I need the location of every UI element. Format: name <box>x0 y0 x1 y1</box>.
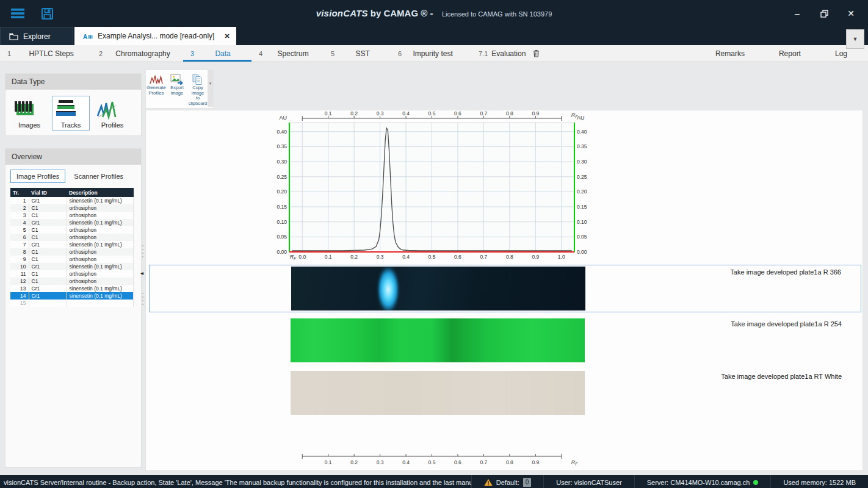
table-cell: 9 <box>10 256 29 263</box>
close-button[interactable]: ✕ <box>837 4 864 23</box>
toolbar-scrollbar[interactable]: ▾ <box>208 70 213 107</box>
table-row[interactable]: 14Cr1sinensetin (0.1 mg/mL) <box>10 292 134 300</box>
track-image-white[interactable] <box>291 371 585 415</box>
svg-text:0.15: 0.15 <box>277 204 287 210</box>
server-label: Server: CM414MO-W10.camag.ch <box>647 479 750 486</box>
status-message: visionCATS Server/Internal routine - Bac… <box>0 479 471 486</box>
data-type-panel: Data Type <box>5 73 142 136</box>
folder-icon <box>9 33 18 40</box>
table-row[interactable]: 5C1orthosiphon <box>10 226 134 234</box>
profile-chart: 0.000.000.050.050.100.100.150.150.200.20… <box>268 110 598 263</box>
svg-text:0.2: 0.2 <box>350 254 358 260</box>
svg-text:0.00: 0.00 <box>577 249 587 255</box>
table-row[interactable]: 9C1orthosiphon <box>10 256 134 263</box>
restore-button[interactable] <box>811 4 837 23</box>
svg-text:0.10: 0.10 <box>577 219 587 225</box>
track-row-white[interactable]: Take image developed plate1a RT White <box>149 370 861 417</box>
svg-text:0.35: 0.35 <box>277 143 287 149</box>
track-image-366[interactable] <box>291 267 585 310</box>
collapse-left-icon[interactable]: ◂ <box>140 270 143 276</box>
link-log[interactable]: Log <box>835 49 847 58</box>
svg-text:0.3: 0.3 <box>377 110 384 117</box>
table-cell: C1 <box>29 234 67 241</box>
step-impurity-test[interactable]: 6 Impurity test <box>391 45 464 62</box>
table-cell: 5 <box>10 226 29 234</box>
table-row[interactable]: 2C1orthosiphon <box>10 204 134 212</box>
table-row[interactable]: 10Cr1sinensetin (0.1 mg/mL) <box>10 263 134 270</box>
table-row[interactable]: 13Cr1sinensetin (0.1 mg/mL) <box>10 285 134 292</box>
table-cell: 2 <box>10 204 29 212</box>
status-user: User: visionCATSuser <box>543 475 634 488</box>
tab-explorer[interactable]: Explorer <box>0 27 73 45</box>
generate-profiles-button[interactable]: Generate Profiles <box>146 70 167 108</box>
step-hptlc-steps[interactable]: 1 HPTLC Steps <box>0 45 92 62</box>
table-cell: C1 <box>29 256 67 263</box>
copy-image-button[interactable]: Copy image to clipboard <box>187 70 208 108</box>
step-label: Spectrum <box>262 49 324 58</box>
svg-text:0.3: 0.3 <box>377 459 384 465</box>
data-type-profiles[interactable]: Profiles <box>93 96 131 131</box>
tab-scanner-profiles[interactable]: Scanner Profiles <box>68 170 129 183</box>
table-cell: orthosiphon <box>67 234 134 241</box>
link-remarks[interactable]: Remarks <box>715 49 745 58</box>
minimize-button[interactable]: – <box>784 4 811 23</box>
svg-text:0.7: 0.7 <box>480 110 487 117</box>
table-cell: orthosiphon <box>67 270 134 278</box>
table-row[interactable]: 6C1orthosiphon <box>10 234 134 241</box>
data-type-tracks[interactable]: Tracks <box>52 96 90 131</box>
tab-document[interactable]: A Example Analysi... mode [read-only] ✕ <box>74 27 236 45</box>
analysis-icon: A <box>83 33 93 40</box>
table-cell: 3 <box>10 212 29 219</box>
table-cell: Cr1 <box>29 219 67 226</box>
table-cell: Cr1 <box>29 241 67 248</box>
table-cell: orthosiphon <box>67 256 134 263</box>
step-chromatography[interactable]: 2 Chromatography <box>92 45 183 62</box>
table-row[interactable]: 4Cr1sinensetin (0.1 mg/mL) <box>10 219 134 226</box>
warning-icon <box>484 479 493 486</box>
status-default-notifications[interactable]: Default: 0 <box>471 475 543 488</box>
table-row[interactable]: 1Cr1sinensetin (0.1 mg/mL) <box>10 197 134 204</box>
data-type-images[interactable]: Images <box>10 96 48 131</box>
svg-text:0.8: 0.8 <box>506 254 513 260</box>
step-label: Data <box>194 49 251 58</box>
tab-close-icon[interactable]: ✕ <box>224 32 230 40</box>
table-cell: Cr1 <box>29 263 67 270</box>
svg-text:0.30: 0.30 <box>577 159 587 165</box>
track-image-254[interactable] <box>291 318 585 362</box>
table-row[interactable]: 8C1orthosiphon <box>10 248 134 256</box>
button-label: Copy image <box>187 85 208 96</box>
export-image-button[interactable]: Export image <box>167 70 187 108</box>
tab-image-profiles[interactable]: Image Profiles <box>10 170 65 183</box>
svg-text:0.7: 0.7 <box>480 254 487 260</box>
track-label: Take image developed plate1a RT White <box>721 373 842 380</box>
col-description: Description <box>67 188 134 197</box>
table-row[interactable]: 15 <box>10 300 134 307</box>
menu-icon[interactable] <box>10 5 26 21</box>
table-row[interactable]: 7Cr1sinensetin (0.1 mg/mL) <box>10 241 134 248</box>
table-cell: sinensetin (0.1 mg/mL) <box>67 197 134 204</box>
svg-text:0.10: 0.10 <box>277 219 287 225</box>
col-tr: Tr. <box>10 188 29 197</box>
trash-icon[interactable] <box>533 49 540 57</box>
table-cell: C1 <box>29 270 67 278</box>
license-text: Licensed to CAMAG with SN 103979 <box>442 10 552 18</box>
track-row-254[interactable]: Take image developed plate1a R 254 <box>149 317 861 365</box>
svg-text:AU: AU <box>577 115 585 121</box>
table-row[interactable]: 11C1orthosiphon <box>10 270 134 278</box>
step-spectrum[interactable]: 4 Spectrum <box>251 45 324 62</box>
chevron-down-icon: ▼ <box>853 36 858 42</box>
track-row-366[interactable]: Take image developed plate1a R 366 <box>149 265 861 312</box>
step-sst[interactable]: 5 SST <box>324 45 391 62</box>
tab-overflow-button[interactable]: ▼ <box>846 29 864 49</box>
table-row[interactable]: 3C1orthosiphon <box>10 212 134 219</box>
svg-text:0.7: 0.7 <box>480 459 487 465</box>
save-icon[interactable] <box>39 5 55 21</box>
step-evaluation[interactable]: 7.1 Evaluation <box>464 45 542 62</box>
table-cell: Cr1 <box>29 292 67 300</box>
track-label: Take image developed plate1a R 254 <box>731 320 842 328</box>
link-report[interactable]: Report <box>779 49 801 58</box>
table-cell: 12 <box>10 278 29 285</box>
table-row[interactable]: 12C1orthosiphon <box>10 278 134 285</box>
export-image-icon <box>170 73 184 85</box>
step-data-active[interactable]: 3 Data <box>183 45 251 62</box>
